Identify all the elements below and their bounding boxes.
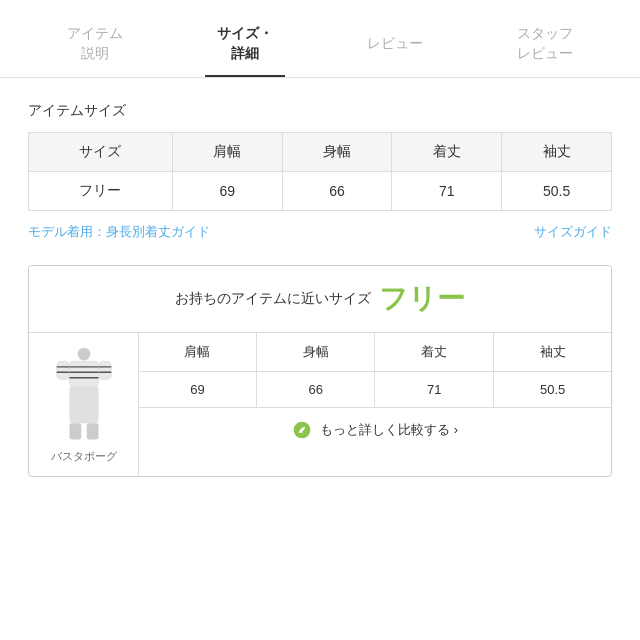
comparison-box: お持ちのアイテムに近いサイズ フリー xyxy=(28,265,612,477)
comp-col-sleeve: 袖丈 xyxy=(494,333,611,372)
model-figure xyxy=(44,345,124,445)
comparison-data-col: 肩幅 身幅 着丈 袖丈 69 66 71 50.5 xyxy=(139,333,611,476)
comparison-size-label: フリー xyxy=(379,280,465,318)
svg-rect-1 xyxy=(69,362,98,387)
col-header-length: 着丈 xyxy=(392,133,502,172)
comp-val-length: 71 xyxy=(375,372,494,408)
comp-col-length: 着丈 xyxy=(375,333,494,372)
comparison-body: バスタボーグ 肩幅 身幅 着丈 袖丈 69 xyxy=(29,333,611,476)
col-header-sleeve: 袖丈 xyxy=(502,133,612,172)
col-header-size: サイズ xyxy=(29,133,173,172)
comp-col-shoulder: 肩幅 xyxy=(139,333,256,372)
cell-length: 71 xyxy=(392,172,502,211)
tabs-bar: アイテム 説明 サイズ・ 詳細 レビュー スタッフ レビュー xyxy=(0,0,640,78)
tab-review[interactable]: レビュー xyxy=(355,26,435,68)
svg-point-0 xyxy=(77,348,90,361)
comp-val-body: 66 xyxy=(256,372,375,408)
svg-rect-5 xyxy=(56,362,69,380)
cell-size: フリー xyxy=(29,172,173,211)
col-header-body: 身幅 xyxy=(282,133,392,172)
table-row: フリー 69 66 71 50.5 xyxy=(29,172,612,211)
svg-rect-11 xyxy=(69,387,98,423)
tab-item-desc[interactable]: アイテム 説明 xyxy=(55,16,135,77)
svg-rect-12 xyxy=(69,423,81,439)
svg-rect-13 xyxy=(86,423,98,439)
comp-val-sleeve: 50.5 xyxy=(494,372,611,408)
comparison-image-col: バスタボーグ xyxy=(29,333,139,476)
main-content: アイテムサイズ サイズ 肩幅 身幅 着丈 袖丈 フリー 69 66 71 50.… xyxy=(0,78,640,477)
size-table: サイズ 肩幅 身幅 着丈 袖丈 フリー 69 66 71 50.5 xyxy=(28,132,612,211)
compare-more-text: もっと詳しく比較する › xyxy=(320,421,458,439)
cell-body: 66 xyxy=(282,172,392,211)
comparison-header-text: お持ちのアイテムに近いサイズ xyxy=(175,290,371,308)
comparison-header: お持ちのアイテムに近いサイズ フリー xyxy=(29,266,611,333)
links-row: モデル着用：身長別着丈ガイド サイズガイド xyxy=(28,223,612,241)
cell-sleeve: 50.5 xyxy=(502,172,612,211)
section-title: アイテムサイズ xyxy=(28,102,612,120)
image-caption: バスタボーグ xyxy=(51,449,117,464)
comparison-data-table: 肩幅 身幅 着丈 袖丈 69 66 71 50.5 xyxy=(139,333,611,407)
comp-data-row: 69 66 71 50.5 xyxy=(139,372,611,408)
leaf-icon xyxy=(292,420,312,440)
comp-col-body: 身幅 xyxy=(256,333,375,372)
tab-staff-review[interactable]: スタッフ レビュー xyxy=(505,16,585,77)
tab-size-detail[interactable]: サイズ・ 詳細 xyxy=(205,16,285,77)
size-guide-link[interactable]: サイズガイド xyxy=(534,223,612,241)
svg-rect-8 xyxy=(98,362,111,380)
comp-val-shoulder: 69 xyxy=(139,372,256,408)
model-guide-link[interactable]: モデル着用：身長別着丈ガイド xyxy=(28,223,210,241)
col-header-shoulder: 肩幅 xyxy=(172,133,282,172)
compare-more-row[interactable]: もっと詳しく比較する › xyxy=(139,407,611,452)
cell-shoulder: 69 xyxy=(172,172,282,211)
